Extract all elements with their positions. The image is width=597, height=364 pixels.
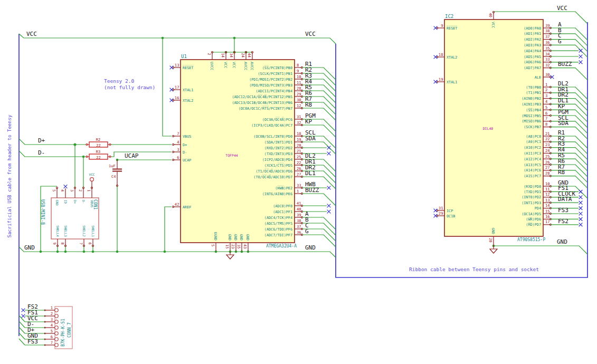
component-ic2[interactable]: IC2AT90S8515-PDIL409R̅E̅S̅E̅T̅18XTAL219X… <box>434 11 587 246</box>
wire-net <box>551 104 587 116</box>
pin-number: 4 <box>60 189 64 191</box>
part-value[interactable]: B7K-PH-K-S1 <box>61 319 65 347</box>
pin-name: (SDA/INT1)PD1 <box>264 140 292 145</box>
pin-name: VCC <box>491 22 495 28</box>
net-label-fs3[interactable]: FS3 <box>27 338 38 345</box>
pin-name: (T1/O̅C̅4̅D̅/ADC9)PD6 <box>255 168 292 173</box>
net-label-buzz[interactable]: BUZZ <box>558 61 572 68</box>
pin-pad-icon <box>55 309 58 312</box>
component-con1[interactable]: CON1USB-MINI-B5GND4ID3D+2D-1VBUS9SHELL48… <box>40 185 99 247</box>
note-teensy-line2: (not fully drawn) <box>104 84 155 90</box>
net-label-gnd-ic2[interactable]: GND <box>557 238 567 245</box>
no-connect-icon <box>327 152 331 156</box>
pin-number: 12 <box>545 192 550 197</box>
net-label-gnd-left[interactable]: GND <box>24 244 35 251</box>
ref-designator[interactable]: CONN_7 <box>67 322 72 338</box>
pin-number: 14 <box>545 203 550 208</box>
ref-designator[interactable]: U1 <box>181 54 187 59</box>
net-label-vcc-u1[interactable]: VCC <box>305 31 316 37</box>
net-label-dminus[interactable]: D- <box>38 149 45 156</box>
net-label-vcc-left[interactable]: VCC <box>26 31 37 37</box>
pin-name: (ADC1)PF1 <box>273 210 292 214</box>
net-label-kp[interactable]: KP <box>305 118 312 125</box>
wire-net <box>551 110 587 122</box>
gnd-triangle-icon <box>226 255 234 259</box>
pin-name: SHELL3 <box>64 225 68 237</box>
no-connect-icon <box>327 210 331 214</box>
pin-name: XTAL2 <box>183 99 193 103</box>
pin-name: (A14)PC6 <box>524 168 541 173</box>
net-label-buzz[interactable]: BUZZ <box>305 187 319 194</box>
pin-name: UGND <box>213 232 217 241</box>
resistor-r3[interactable]: R3 22 <box>86 150 111 160</box>
resistor-r2[interactable]: R2 22 <box>86 138 111 148</box>
pin-number: 41 <box>297 201 301 206</box>
pin-name: (ADC0)PF0 <box>273 204 292 208</box>
pin-pad-icon <box>55 332 58 335</box>
no-connect-icon <box>434 80 438 84</box>
pin-number: 30 <box>297 98 301 102</box>
ref-designator[interactable]: IC2 <box>445 14 453 19</box>
pin-number: 7 <box>545 116 547 121</box>
no-connect-icon <box>22 314 25 318</box>
no-connect-icon <box>22 309 25 312</box>
pin-number: 19 <box>297 137 301 142</box>
net-label-r8[interactable]: R8 <box>558 169 565 176</box>
net-label-data[interactable]: DATA <box>558 196 572 203</box>
pin-number: 16 <box>175 95 179 100</box>
footprint-label: TQFP44 <box>225 154 238 158</box>
capacitor-c4[interactable]: 1uF C4 <box>109 160 122 187</box>
gnd-symbol-u1 <box>226 252 234 259</box>
wire-vcc-rail <box>19 34 336 44</box>
pin-name: (ICP3/CLKO/OC4A)PC7 <box>251 123 292 128</box>
pin-name: (AD1)PA1 <box>524 32 541 36</box>
wire-dminus-right <box>110 152 172 157</box>
no-connect-icon <box>434 26 438 30</box>
wire-net <box>551 148 587 160</box>
pin-name: (AD7)PA7 <box>524 66 541 70</box>
pin-number: 26 <box>545 160 550 165</box>
net-label-g[interactable]: G <box>305 228 309 235</box>
net-label-fs2[interactable]: FS2 <box>558 218 568 225</box>
part-value[interactable]: USB-MINI-B <box>40 199 45 225</box>
footprint-label: DIL40 <box>483 127 494 131</box>
part-value[interactable]: ATMEGA32U4-A <box>266 244 297 248</box>
net-label-ucap[interactable]: UCAP <box>125 152 139 159</box>
pin-name: (MISO)PB6 <box>522 119 541 123</box>
pin-number: 2 <box>51 311 53 316</box>
wire-net <box>19 339 25 345</box>
note-usb-cable: Sacrificial USB cable from header to Tee… <box>7 114 12 238</box>
pin-number: 8 <box>297 63 299 68</box>
pin-name: (AD4)PA4 <box>524 49 541 53</box>
pin-name: (A8)PC0 <box>526 135 541 139</box>
part-value[interactable]: AT90S8515-P <box>517 237 545 242</box>
pin-name: XTAL2 <box>447 55 457 60</box>
pin-name: (PDI/MOSI/PCINT2)PB2 <box>249 78 292 82</box>
wire-ic2-gnd <box>494 246 587 254</box>
pin-number: 5 <box>51 329 53 333</box>
component-conn7[interactable]: B7K-PH-K-S1CONN_71FS22FS13VCC4D-5D+6GND7… <box>19 303 72 349</box>
pin-name: XTAL1 <box>447 80 457 84</box>
net-label-fs3[interactable]: FS3 <box>558 207 568 214</box>
net-label-dplus[interactable]: D+ <box>38 137 45 144</box>
wire-net <box>551 142 587 154</box>
pin-name: (AD5)PA5 <box>524 55 541 59</box>
net-label-dl1[interactable]: DL1 <box>305 170 316 177</box>
pin-name: (T0/O̅C̅4̅D̅/ADC10)PD7 <box>253 174 292 179</box>
pin-name: D+ <box>183 143 187 147</box>
wire-net <box>551 121 587 133</box>
net-label-gnd-u1[interactable]: GND <box>305 244 316 251</box>
net-label-vcc-ic2[interactable]: VCC <box>557 5 567 12</box>
net-label-r8[interactable]: R8 <box>305 101 312 108</box>
net-label-sda[interactable]: SDA <box>558 120 568 127</box>
net-label-sda[interactable]: SDA <box>305 135 316 142</box>
vcc-power-symbol[interactable]: VCC <box>89 173 95 188</box>
component-u1[interactable]: U1ATMEGA32U4-ATQFP4413R̅E̅S̅E̅T̅17XTAL11… <box>170 51 336 251</box>
pin-number: 12 <box>297 103 301 108</box>
pin-name: (ICP2/ADC8)PD4 <box>262 158 292 162</box>
net-label-g[interactable]: G <box>558 38 562 45</box>
pin-name: VCC <box>223 62 228 68</box>
wire-net <box>551 68 587 80</box>
no-connect-icon <box>579 49 583 53</box>
pin-number: 2 <box>207 53 211 55</box>
